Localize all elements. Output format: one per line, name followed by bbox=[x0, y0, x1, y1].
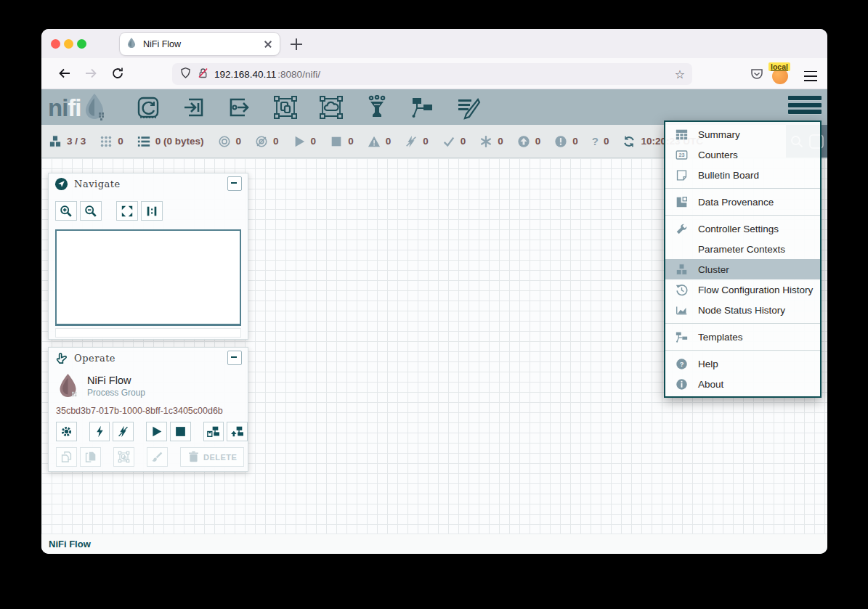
threads-count: 0 bbox=[118, 136, 123, 147]
input-port-draggable-icon[interactable] bbox=[180, 94, 208, 121]
hand-pointer-icon bbox=[54, 351, 68, 365]
status-running: 0 bbox=[293, 135, 317, 148]
global-menu-button[interactable] bbox=[788, 96, 822, 119]
shield-icon[interactable] bbox=[179, 67, 192, 82]
transmitting-icon bbox=[218, 135, 231, 148]
zoom-out-button[interactable] bbox=[80, 201, 102, 221]
menu-item-data-provenance[interactable]: Data Provenance bbox=[665, 192, 820, 212]
menu-item-templates[interactable]: Templates bbox=[665, 327, 820, 347]
wrench-icon bbox=[674, 223, 689, 235]
stopped-count: 0 bbox=[348, 136, 354, 147]
status-sync-failure: ? 0 bbox=[592, 135, 609, 148]
group-button[interactable] bbox=[113, 447, 134, 467]
status-stopped: 0 bbox=[330, 135, 354, 148]
menu-separator bbox=[665, 350, 820, 351]
modified-stale-count: 0 bbox=[572, 136, 578, 147]
forward-icon[interactable] bbox=[84, 66, 98, 81]
locally-modified-count: 0 bbox=[498, 136, 503, 147]
process-group-draggable-icon[interactable] bbox=[272, 94, 299, 121]
menu-item-label: Controller Settings bbox=[698, 224, 779, 234]
menu-item-label: About bbox=[698, 379, 723, 390]
component-toolbar bbox=[134, 94, 482, 121]
breadcrumb-bar: NiFi Flow bbox=[41, 534, 827, 554]
menu-item-node-status-history[interactable]: Node Status History bbox=[665, 300, 820, 320]
zoom-actual-size-button[interactable] bbox=[141, 201, 163, 221]
menu-item-label: Flow Configuration History bbox=[698, 285, 813, 295]
upload-flow-version-button[interactable] bbox=[227, 422, 248, 441]
nifi-logo: nifi bbox=[48, 92, 108, 124]
refresh-icon[interactable] bbox=[622, 135, 636, 148]
question-circle-icon: ? bbox=[674, 358, 689, 370]
maximize-window-button[interactable] bbox=[77, 39, 86, 49]
logo-text-ni: ni bbox=[48, 94, 68, 121]
close-window-button[interactable] bbox=[51, 39, 60, 49]
cluster-count: 3 / 3 bbox=[67, 136, 86, 147]
navigate-header: Navigate bbox=[49, 173, 248, 194]
minimize-window-button[interactable] bbox=[64, 39, 73, 49]
status-locally-modified: 0 bbox=[479, 135, 503, 148]
menu-item-about[interactable]: About bbox=[665, 374, 820, 394]
birdseye-minimap[interactable] bbox=[55, 229, 241, 326]
template-draggable-icon[interactable] bbox=[409, 94, 437, 121]
up-to-date-check-icon bbox=[442, 135, 455, 148]
menu-item-flow-configuration-history[interactable]: Flow Configuration History bbox=[665, 279, 820, 300]
menu-item-label: Data Provenance bbox=[698, 197, 774, 208]
tab-title: NiFi Flow bbox=[143, 39, 262, 49]
menu-item-label: Cluster bbox=[698, 264, 729, 275]
stop-button[interactable] bbox=[170, 422, 191, 441]
menu-item-help[interactable]: ? Help bbox=[665, 353, 820, 374]
breadcrumb[interactable]: NiFi Flow bbox=[49, 539, 91, 549]
copy-button[interactable] bbox=[56, 447, 77, 467]
back-icon[interactable] bbox=[57, 66, 72, 81]
url-path: :8080/nifi/ bbox=[277, 69, 320, 80]
color-brush-button[interactable] bbox=[147, 447, 168, 467]
label-draggable-icon[interactable] bbox=[455, 94, 482, 121]
account-badge: local bbox=[768, 62, 790, 71]
operate-collapse-button[interactable] bbox=[227, 351, 242, 365]
navigate-collapse-button[interactable] bbox=[227, 176, 242, 191]
remote-process-group-draggable-icon[interactable] bbox=[317, 94, 345, 121]
menu-item-summary[interactable]: Summary bbox=[665, 124, 820, 144]
menu-separator bbox=[665, 215, 820, 216]
menu-item-parameter-contexts[interactable]: Parameter Contexts bbox=[665, 239, 820, 259]
delete-label: DELETE bbox=[203, 453, 237, 462]
tab-close-icon[interactable] bbox=[262, 38, 274, 50]
sticky-note-icon bbox=[674, 169, 689, 181]
save-flow-version-button[interactable] bbox=[203, 422, 224, 441]
new-tab-button[interactable] bbox=[288, 36, 304, 52]
operate-panel: Operate NiFi Flow Process Group 35cbd3b7… bbox=[48, 347, 248, 472]
bookmark-star-icon[interactable]: ☆ bbox=[675, 68, 685, 81]
start-play-button[interactable] bbox=[146, 422, 167, 441]
delete-button[interactable]: DELETE bbox=[180, 447, 244, 467]
disable-bolt-slash-button[interactable] bbox=[113, 422, 134, 441]
menu-item-counters[interactable]: 23 Counters bbox=[665, 144, 820, 165]
funnel-draggable-icon[interactable] bbox=[363, 94, 391, 121]
output-port-draggable-icon[interactable] bbox=[226, 94, 253, 121]
paste-button[interactable] bbox=[80, 447, 101, 467]
reload-icon[interactable] bbox=[110, 66, 125, 81]
firefox-menu-icon[interactable] bbox=[804, 68, 817, 79]
menu-separator bbox=[665, 323, 820, 324]
menu-item-label: Parameter Contexts bbox=[698, 244, 785, 255]
menu-item-controller-settings[interactable]: Controller Settings bbox=[665, 218, 820, 239]
invalid-warning-icon bbox=[368, 135, 381, 148]
url-bar[interactable]: 192.168.40.11 :8080/nifi/ ☆ bbox=[172, 63, 692, 85]
zoom-in-button[interactable] bbox=[55, 201, 77, 221]
menu-item-cluster[interactable]: Cluster bbox=[665, 259, 820, 279]
configure-gear-button[interactable] bbox=[56, 422, 77, 441]
global-menu: Summary 23 Counters Bulletin Board Data … bbox=[664, 120, 822, 398]
enable-bolt-button[interactable] bbox=[89, 422, 110, 441]
running-count: 0 bbox=[311, 136, 317, 147]
menu-item-bulletin-board[interactable]: Bulletin Board bbox=[665, 165, 820, 185]
pocket-icon[interactable] bbox=[750, 67, 764, 81]
insecure-lock-icon[interactable] bbox=[197, 67, 209, 82]
status-locally-modified-and-stale: 0 bbox=[554, 135, 578, 148]
status-up-to-date: 0 bbox=[442, 135, 466, 148]
counters-icon: 23 bbox=[674, 149, 689, 161]
browser-tab[interactable]: NiFi Flow bbox=[120, 33, 280, 55]
status-not-transmitting: 0 bbox=[255, 135, 279, 148]
zoom-fit-button[interactable] bbox=[116, 201, 138, 221]
selection-name: NiFi Flow bbox=[87, 375, 145, 386]
processor-draggable-icon[interactable] bbox=[134, 94, 162, 121]
queued-list-icon bbox=[137, 135, 150, 148]
